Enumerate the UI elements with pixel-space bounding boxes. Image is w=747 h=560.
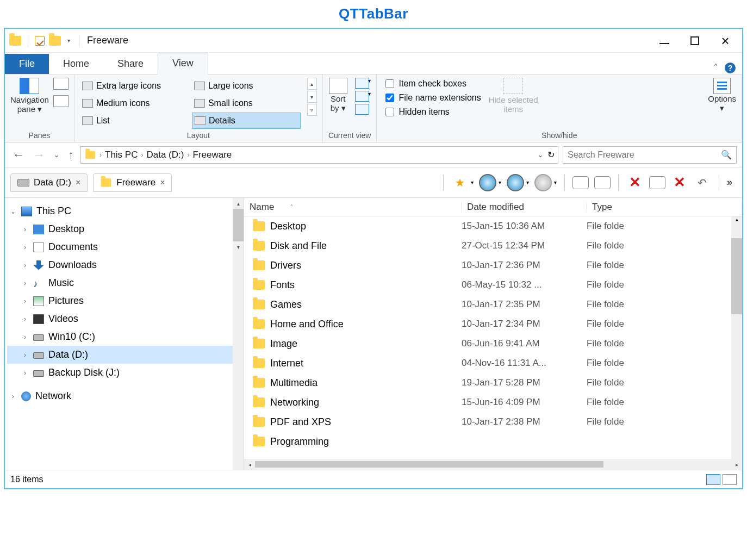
expand-icon[interactable]: › bbox=[21, 226, 29, 233]
view-tab[interactable]: View bbox=[158, 53, 208, 74]
sort-by-button[interactable]: Sort by ▾ bbox=[329, 78, 347, 113]
breadcrumb[interactable]: Data (D:) bbox=[146, 150, 184, 160]
dropdown-icon[interactable]: ▾ bbox=[368, 78, 371, 89]
add-columns-button[interactable] bbox=[355, 91, 369, 102]
file-row[interactable]: Games10-Jan-17 2:35 PMFile folde bbox=[244, 295, 742, 314]
tree-item[interactable]: ›Downloads bbox=[7, 256, 241, 274]
search-input[interactable] bbox=[568, 150, 721, 160]
thumbnails-view-toggle[interactable] bbox=[723, 474, 737, 485]
help-icon[interactable]: ? bbox=[725, 63, 736, 73]
new-window-icon[interactable] bbox=[572, 176, 589, 189]
layout-small[interactable]: Small icons bbox=[192, 95, 301, 111]
options-button[interactable]: Options▾ bbox=[708, 78, 736, 113]
tree-item[interactable]: ›Documents bbox=[7, 238, 241, 256]
details-view-toggle[interactable] bbox=[706, 474, 720, 485]
close-all-icon[interactable]: ✕ bbox=[671, 174, 688, 191]
list-horizontal-scrollbar[interactable]: ◂▸ bbox=[244, 459, 742, 470]
expand-icon[interactable]: › bbox=[21, 369, 29, 377]
breadcrumb[interactable]: Freeware bbox=[192, 150, 232, 160]
qt-tab-freeware[interactable]: Freeware × bbox=[93, 173, 172, 192]
file-row[interactable]: Multimedia19-Jan-17 5:28 PMFile folde bbox=[244, 373, 742, 393]
tree-item[interactable]: ›♪Music bbox=[7, 274, 241, 292]
column-name[interactable]: Name˄ bbox=[244, 202, 462, 213]
recent-locations-dropdown[interactable]: ⌄ bbox=[52, 151, 61, 159]
up-button[interactable]: ↑ bbox=[66, 148, 76, 162]
layout-large[interactable]: Large icons bbox=[192, 78, 301, 94]
expand-icon[interactable]: › bbox=[21, 297, 29, 305]
hidden-items-toggle[interactable]: Hidden items bbox=[385, 107, 481, 117]
dropdown-icon[interactable]: ▾ bbox=[499, 179, 501, 185]
file-row[interactable]: Drivers10-Jan-17 2:36 PMFile folde bbox=[244, 256, 742, 275]
expand-icon[interactable]: › bbox=[21, 315, 29, 323]
tab-close-button[interactable]: × bbox=[76, 178, 80, 188]
size-columns-button[interactable] bbox=[355, 104, 369, 115]
file-row[interactable]: Image06-Jun-16 9:41 AMFile folde bbox=[244, 334, 742, 353]
dropdown-icon[interactable]: ▾ bbox=[526, 179, 529, 185]
group-by-button[interactable] bbox=[355, 78, 369, 89]
layout-medium[interactable]: Medium icons bbox=[80, 95, 189, 111]
dropdown-icon[interactable]: ▾ bbox=[554, 179, 557, 185]
gallery-scroll-down[interactable]: ▾ bbox=[307, 91, 317, 103]
dropdown-icon[interactable]: ▾ bbox=[471, 179, 474, 185]
undo-close-icon[interactable]: ↶ bbox=[694, 174, 711, 191]
gallery-scroll-up[interactable]: ▴ bbox=[307, 78, 317, 90]
expand-icon[interactable]: › bbox=[21, 262, 29, 269]
home-tab[interactable]: Home bbox=[49, 54, 103, 74]
preview-pane-button[interactable] bbox=[53, 78, 69, 90]
layout-details[interactable]: Details bbox=[192, 113, 301, 129]
details-pane-button[interactable] bbox=[53, 95, 69, 107]
file-row[interactable]: PDF and XPS10-Jan-17 2:38 PMFile folde bbox=[244, 412, 742, 432]
file-row[interactable]: Programming bbox=[244, 432, 742, 451]
chevron-right-icon[interactable]: › bbox=[99, 151, 102, 159]
layout-extra-large[interactable]: Extra large icons bbox=[80, 78, 189, 94]
tree-item[interactable]: ›Desktop bbox=[7, 220, 241, 238]
tree-network[interactable]: › Network bbox=[7, 387, 241, 405]
address-bar[interactable]: › This PC › Data (D:) › Freeware ⌄ ↻ bbox=[80, 146, 558, 164]
refresh-button[interactable]: ↻ bbox=[547, 150, 555, 160]
favorite-icon[interactable]: ★ bbox=[451, 174, 469, 191]
close-window-icon[interactable] bbox=[649, 176, 665, 189]
file-row[interactable]: Fonts06-May-15 10:32 ...File folde bbox=[244, 275, 742, 295]
maximize-button[interactable] bbox=[688, 34, 702, 48]
search-icon[interactable]: 🔍 bbox=[721, 150, 732, 160]
expand-icon[interactable]: › bbox=[9, 393, 17, 400]
breadcrumb[interactable]: This PC bbox=[105, 150, 138, 160]
collapse-icon[interactable]: ⌄ bbox=[9, 208, 17, 215]
share-tab[interactable]: Share bbox=[103, 54, 158, 74]
tree-item[interactable]: ›Pictures bbox=[7, 292, 241, 310]
tree-item[interactable]: ›Backup Disk (J:) bbox=[7, 364, 241, 382]
close-tab-icon[interactable]: ✕ bbox=[626, 174, 644, 191]
properties-icon[interactable] bbox=[35, 36, 45, 46]
tree-scrollbar[interactable]: ▴▾ bbox=[233, 198, 244, 470]
qt-tab-data-d[interactable]: Data (D:) × bbox=[10, 173, 88, 192]
tree-item[interactable]: ›Videos bbox=[7, 310, 241, 328]
qat-customize-dropdown[interactable]: ▾ bbox=[65, 38, 72, 43]
file-row[interactable]: Internet04-Nov-16 11:31 A...File folde bbox=[244, 353, 742, 373]
overflow-button[interactable]: » bbox=[727, 177, 732, 188]
tab-close-button[interactable]: × bbox=[160, 178, 165, 188]
tree-item[interactable]: ›Win10 (C:) bbox=[7, 328, 241, 346]
chevron-right-icon[interactable]: › bbox=[187, 151, 189, 159]
dropdown-icon[interactable]: ▾ bbox=[368, 91, 371, 102]
file-row[interactable]: Desktop15-Jan-15 10:36 AMFile folde bbox=[244, 216, 742, 236]
collapse-ribbon-button[interactable]: ˄ bbox=[713, 62, 718, 74]
minimize-button[interactable] bbox=[657, 34, 671, 48]
file-tab[interactable]: File bbox=[5, 54, 49, 74]
tree-item[interactable]: ›Data (D:) bbox=[7, 346, 241, 364]
expand-icon[interactable]: › bbox=[21, 244, 29, 251]
gallery-expand[interactable]: ▿ bbox=[307, 104, 317, 116]
file-row[interactable]: Networking15-Jun-16 4:09 PMFile folde bbox=[244, 393, 742, 412]
layout-list[interactable]: List bbox=[80, 113, 189, 129]
close-button[interactable]: × bbox=[718, 34, 732, 48]
back-button[interactable]: ← bbox=[10, 148, 27, 162]
address-history-dropdown[interactable]: ⌄ bbox=[538, 151, 543, 159]
item-check-boxes-toggle[interactable]: Item check boxes bbox=[385, 79, 481, 89]
list-vertical-scrollbar[interactable]: ▴ bbox=[731, 216, 742, 459]
file-name-extensions-toggle[interactable]: File name extensions bbox=[385, 93, 481, 103]
expand-icon[interactable]: › bbox=[21, 333, 29, 341]
expand-icon[interactable]: › bbox=[21, 279, 29, 287]
tree-this-pc[interactable]: ⌄ This PC bbox=[7, 202, 241, 220]
file-row[interactable]: Disk and File27-Oct-15 12:34 PMFile fold… bbox=[244, 236, 742, 256]
column-date[interactable]: Date modified bbox=[462, 202, 587, 213]
search-box[interactable]: 🔍 bbox=[563, 146, 737, 164]
